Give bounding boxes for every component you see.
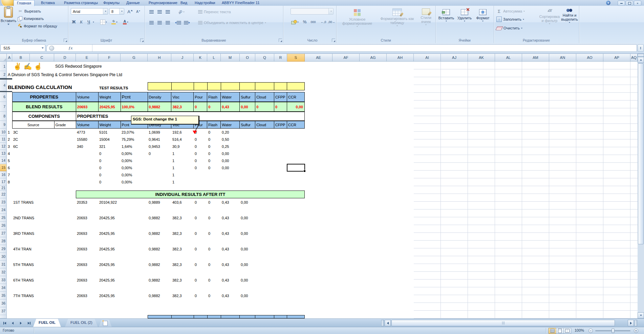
row-header[interactable]: 16 xyxy=(0,171,7,178)
wrap-text-button[interactable]: Перенос текста xyxy=(198,8,231,15)
chevron-down-icon[interactable] xyxy=(328,8,333,14)
row-header[interactable]: 28 xyxy=(0,237,7,245)
trans-row[interactable]: 2ND TRANS2069320425,950,9882382,3000,430… xyxy=(7,214,305,222)
font-name-combo[interactable]: Arial xyxy=(71,8,108,15)
row-header[interactable]: 25 xyxy=(0,214,7,222)
delete-cells-button[interactable]: Удалить xyxy=(456,9,473,22)
yellow-cell[interactable] xyxy=(274,82,287,90)
header-cell[interactable]: CFPP xyxy=(274,121,287,129)
source-header-cell[interactable]: Source xyxy=(13,121,55,129)
column-header[interactable]: G xyxy=(121,54,148,62)
header-cell-clipped[interactable] xyxy=(221,315,240,318)
column-header[interactable]: AE xyxy=(305,54,332,62)
italic-button[interactable]: К xyxy=(78,19,84,25)
underline-dropdown[interactable] xyxy=(92,19,95,25)
blend-result-cell[interactable]: 0,00 xyxy=(240,102,255,112)
row-header[interactable]: 14 xyxy=(0,157,7,164)
clipboard-dialog-launcher[interactable] xyxy=(64,39,67,42)
row-header[interactable]: 23 xyxy=(0,198,7,206)
header-cell-clipped[interactable] xyxy=(172,315,194,318)
header-cell-clipped[interactable] xyxy=(287,315,305,318)
cancel-enter-icon[interactable] xyxy=(49,46,54,51)
clear-button[interactable]: Очистить xyxy=(496,25,522,31)
blend-result-cell[interactable]: 100,0% xyxy=(121,102,148,112)
align-center-button[interactable] xyxy=(156,19,163,26)
blend-result-cell[interactable]: 20693 xyxy=(76,102,99,112)
expand-formula-bar-button[interactable] xyxy=(638,44,644,52)
insert-cells-button[interactable]: Вставить xyxy=(437,9,455,22)
column-header[interactable]: AM xyxy=(522,54,549,62)
row-header[interactable]: 37 xyxy=(0,307,7,315)
row-header[interactable]: 24 xyxy=(0,206,7,214)
tab-addins[interactable]: Надстройки xyxy=(192,0,218,5)
next-sheet-button[interactable] xyxy=(17,319,25,327)
blend-result-cell[interactable]: 0 xyxy=(194,102,207,112)
grow-font-button[interactable]: A xyxy=(126,8,134,15)
sort-filter-button[interactable]: АЯ Сортировка и фильтр xyxy=(539,8,560,24)
zoom-slider-track[interactable] xyxy=(595,330,630,331)
cut-button[interactable]: ✂ Вырезать xyxy=(18,8,41,15)
blend-result-cell[interactable]: 0 xyxy=(207,102,221,112)
clipped-header-row[interactable] xyxy=(148,315,305,318)
normal-view-button[interactable] xyxy=(549,328,556,334)
tab-home[interactable]: Главная xyxy=(14,0,35,6)
column-header[interactable]: AG xyxy=(360,54,387,62)
horizontal-scroll-thumb[interactable] xyxy=(391,320,615,326)
component-row[interactable]: 700,00%1 xyxy=(7,171,305,178)
zoom-level-label[interactable]: 100% xyxy=(575,328,584,332)
row-header[interactable]: 11 xyxy=(0,136,7,143)
company-title-cell[interactable]: SGS Redwood Singapore xyxy=(54,62,148,71)
column-header[interactable]: E xyxy=(76,54,98,62)
header-cell-clipped[interactable] xyxy=(274,315,287,318)
header-cell-clipped[interactable] xyxy=(208,315,221,318)
header-cell[interactable]: Volume xyxy=(76,121,99,129)
yellow-cell[interactable] xyxy=(172,82,194,90)
component-row[interactable]: 600,00%1000,00 xyxy=(7,164,305,171)
copy-button[interactable]: Копировать xyxy=(18,15,44,22)
row-header[interactable] xyxy=(0,315,7,318)
row-header[interactable]: 2 xyxy=(0,71,7,78)
blend-result-cell[interactable]: 0 xyxy=(274,102,287,112)
fill-button[interactable]: ↓ Заполнить xyxy=(496,16,524,23)
prev-sheet-button[interactable] xyxy=(9,319,17,327)
blend-result-cell[interactable]: 0,9882 xyxy=(148,102,172,112)
scrollbar-resize-handle[interactable] xyxy=(635,320,637,326)
row-header[interactable]: 26 xyxy=(0,222,7,229)
zoom-slider-thumb[interactable] xyxy=(611,329,615,333)
column-header[interactable]: C xyxy=(30,54,54,62)
test-results-cell[interactable]: TEST RESULTS xyxy=(98,80,148,91)
header-cell-clipped[interactable] xyxy=(194,315,208,318)
header-cell[interactable]: CFPP xyxy=(274,92,287,102)
column-header[interactable]: K xyxy=(194,54,207,62)
tab-abbyy[interactable]: ABBYY FineReader 11 xyxy=(219,0,263,5)
blend-result-cell[interactable]: 0,43 xyxy=(221,102,240,112)
align-left-button[interactable] xyxy=(148,19,155,26)
column-header[interactable]: R xyxy=(274,54,287,62)
column-header[interactable]: L xyxy=(207,54,221,62)
row-header[interactable]: 7 xyxy=(0,102,7,112)
zoom-in-button[interactable]: + xyxy=(634,329,638,333)
row-header[interactable]: 12 xyxy=(0,143,7,150)
decrease-indent-button[interactable] xyxy=(174,19,182,26)
properties-header-row[interactable]: PROPERTIES Volume Weight Pcnt Density Vi… xyxy=(12,92,305,102)
component-row[interactable]: 13C4773510123,07%1,0699192,6000,20 xyxy=(7,129,305,136)
comma-style-button[interactable]: 000 xyxy=(309,19,318,25)
vertical-scroll-thumb[interactable] xyxy=(638,63,644,244)
row-header[interactable]: 8 xyxy=(0,112,7,121)
chevron-down-icon[interactable] xyxy=(103,8,108,14)
blend-results-row[interactable]: BLEND RESULTS 20693 20425,95 100,0% 0,98… xyxy=(12,102,305,112)
trans-row[interactable]: 7TH TRANS2069320425,950,9882382,3000,430… xyxy=(7,292,305,299)
scroll-down-button[interactable] xyxy=(638,312,644,318)
individual-results-banner[interactable]: INDIVIDUAL RESULTS AFTER ITT xyxy=(76,191,305,198)
header-cell[interactable]: CCR xyxy=(287,92,305,102)
header-cell-clipped[interactable] xyxy=(255,315,274,318)
blend-result-cell[interactable]: 0 xyxy=(255,102,274,112)
row-header[interactable]: 35 xyxy=(0,292,7,299)
autosum-button[interactable]: Σ Автосумма xyxy=(496,8,525,15)
component-row[interactable]: 36C3403211,64%0,945330,9000,25 xyxy=(7,143,305,150)
restore-button[interactable] xyxy=(626,1,633,6)
row-header[interactable]: 17 xyxy=(0,178,7,185)
page-layout-view-button[interactable] xyxy=(556,328,564,334)
conditional-formatting-button[interactable]: Условное форматирование xyxy=(338,8,376,27)
align-bottom-button[interactable] xyxy=(164,8,171,15)
